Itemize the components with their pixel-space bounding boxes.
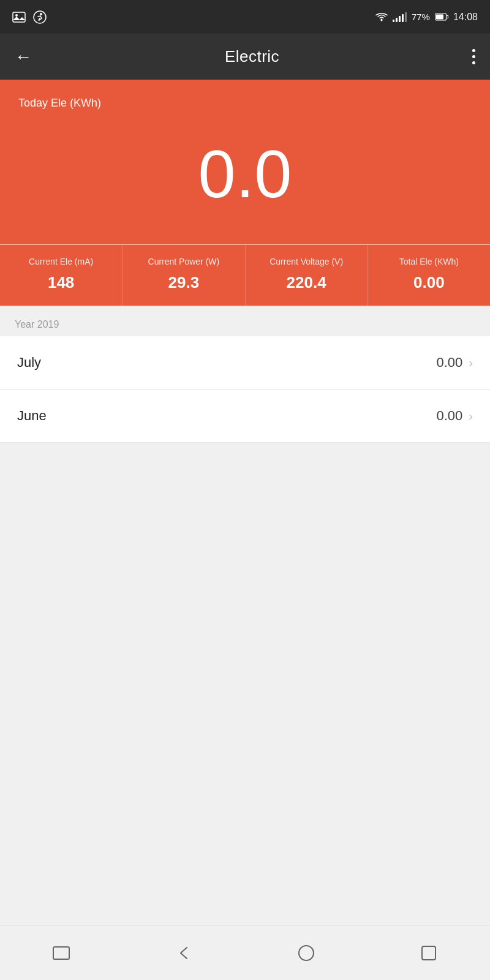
app-bar: ← Electric — [0, 34, 490, 80]
signal-icon — [393, 12, 407, 22]
month-right-july: 0.00 › — [437, 355, 473, 371]
svg-point-9 — [299, 946, 314, 960]
image-icon — [12, 10, 26, 24]
wifi-icon — [375, 12, 388, 22]
status-bar-right: 77% 14:08 — [375, 12, 478, 23]
month-item-july[interactable]: July 0.00 › — [0, 336, 490, 390]
stat-current-ele-label: Current Ele (mA) — [6, 256, 116, 267]
month-value-june: 0.00 — [437, 408, 463, 424]
chevron-right-july: › — [469, 356, 473, 370]
nav-home-button[interactable] — [291, 938, 322, 968]
year-section: Year 2019 — [0, 306, 490, 336]
status-time: 14:08 — [453, 12, 478, 23]
chevron-right-june: › — [469, 409, 473, 423]
status-bar-left — [12, 10, 47, 24]
month-item-june[interactable]: June 0.00 › — [0, 390, 490, 443]
stat-total-ele-label: Total Ele (KWh) — [374, 256, 484, 267]
svg-marker-2 — [13, 17, 25, 20]
nav-recent-apps-button[interactable] — [46, 938, 77, 968]
runner-icon — [33, 10, 47, 24]
svg-rect-10 — [422, 946, 435, 960]
bottom-nav — [0, 925, 490, 980]
svg-rect-0 — [13, 12, 25, 22]
status-bar: 77% 14:08 — [0, 0, 490, 34]
stat-current-power: Current Power (W) 29.3 — [123, 245, 245, 306]
stat-current-ele-value: 148 — [6, 273, 116, 292]
month-list: July 0.00 › June 0.00 › — [0, 336, 490, 443]
stat-total-ele: Total Ele (KWh) 0.00 — [368, 245, 490, 306]
svg-point-3 — [34, 11, 46, 23]
stats-row: Current Ele (mA) 148 Current Power (W) 2… — [0, 244, 490, 306]
battery-icon — [435, 13, 448, 21]
month-name-june: June — [17, 408, 47, 424]
stat-current-power-value: 29.3 — [129, 273, 238, 292]
page-title: Electric — [225, 47, 279, 66]
svg-point-5 — [380, 19, 382, 21]
stat-total-ele-value: 0.00 — [374, 273, 484, 292]
svg-rect-7 — [436, 15, 443, 20]
svg-point-4 — [40, 13, 42, 15]
stat-current-ele: Current Ele (mA) 148 — [0, 245, 123, 306]
svg-rect-8 — [53, 947, 69, 959]
more-menu-button[interactable] — [472, 49, 475, 64]
svg-point-1 — [15, 14, 18, 17]
nav-square-button[interactable] — [413, 938, 444, 968]
stat-current-power-label: Current Power (W) — [129, 256, 238, 267]
empty-area — [0, 443, 490, 743]
month-value-july: 0.00 — [437, 355, 463, 371]
stat-current-voltage: Current Voltage (V) 220.4 — [246, 245, 368, 306]
today-ele-label: Today Ele (KWh) — [18, 97, 472, 110]
nav-back-button[interactable] — [168, 938, 199, 968]
month-name-july: July — [17, 355, 41, 371]
stat-current-voltage-label: Current Voltage (V) — [252, 256, 361, 267]
year-label: Year 2019 — [15, 319, 59, 330]
back-button[interactable]: ← — [15, 47, 32, 67]
battery-percent: 77% — [412, 12, 430, 22]
today-ele-value: 0.0 — [18, 122, 472, 220]
today-ele-section: Today Ele (KWh) 0.0 — [0, 80, 490, 244]
month-right-june: 0.00 › — [437, 408, 473, 424]
stat-current-voltage-value: 220.4 — [252, 273, 361, 292]
